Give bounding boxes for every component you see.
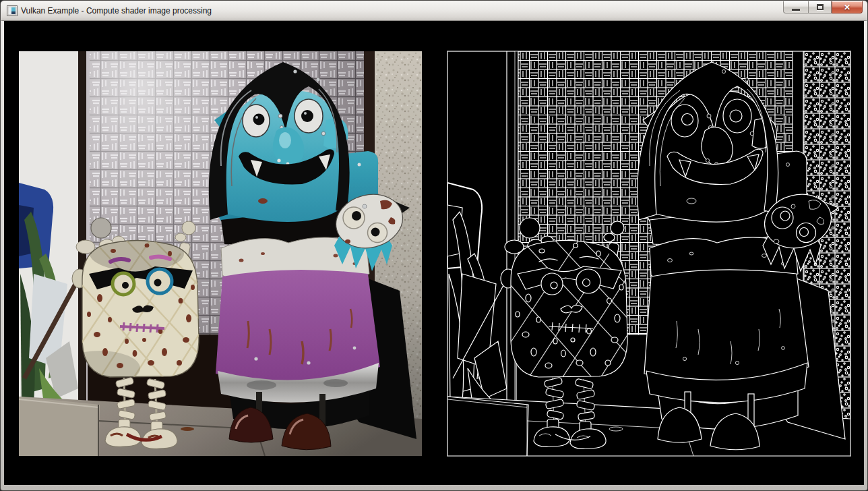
window-controls: ✕ [783, 1, 863, 13]
maximize-button[interactable] [808, 1, 832, 13]
app-icon [7, 5, 18, 16]
processed-image [447, 51, 850, 456]
vulkan-render-area [4, 21, 864, 485]
close-icon: ✕ [844, 2, 850, 13]
original-image [19, 51, 422, 456]
minimize-icon [792, 9, 800, 11]
close-button[interactable]: ✕ [832, 1, 863, 13]
app-window: Vulkan Example - Compute shader image pr… [0, 0, 868, 491]
titlebar[interactable]: Vulkan Example - Compute shader image pr… [1, 1, 867, 21]
minimize-button[interactable] [783, 1, 808, 13]
screenshot-stage: Vulkan Example - Compute shader image pr… [0, 0, 868, 491]
window-title: Vulkan Example - Compute shader image pr… [21, 1, 212, 20]
maximize-icon [817, 4, 824, 10]
edge-clone-host [447, 51, 850, 456]
